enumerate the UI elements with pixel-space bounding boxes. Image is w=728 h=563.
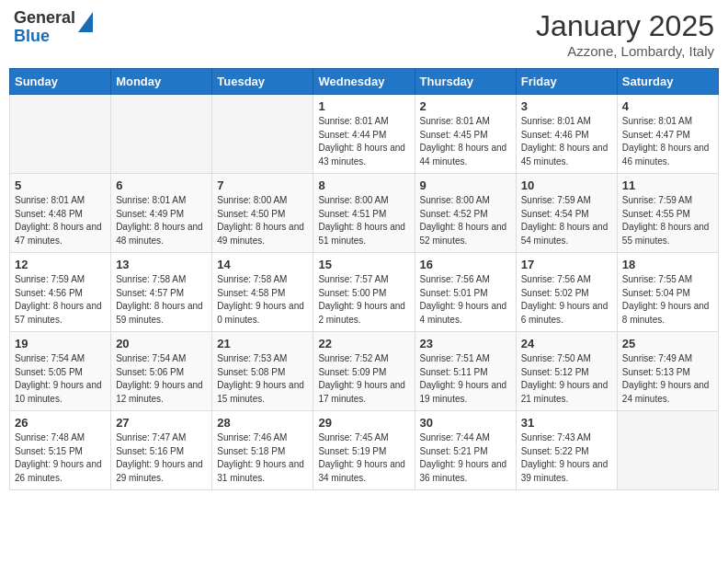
- column-header-saturday: Saturday: [617, 69, 718, 95]
- logo-icon: [78, 12, 93, 32]
- calendar-cell: 30Sunrise: 7:44 AM Sunset: 5:21 PM Dayli…: [415, 411, 516, 490]
- day-number: 25: [622, 337, 713, 350]
- title-block: January 2025 Azzone, Lombardy, Italy: [536, 9, 714, 59]
- day-number: 24: [521, 337, 612, 350]
- day-info: Sunrise: 8:00 AM Sunset: 4:51 PM Dayligh…: [318, 194, 409, 247]
- day-info: Sunrise: 7:54 AM Sunset: 5:05 PM Dayligh…: [15, 352, 106, 406]
- day-number: 3: [521, 99, 612, 113]
- day-number: 6: [116, 178, 207, 192]
- day-number: 18: [622, 258, 713, 271]
- calendar-cell: 15Sunrise: 7:57 AM Sunset: 5:00 PM Dayli…: [313, 253, 415, 332]
- day-number: 13: [116, 258, 207, 271]
- day-info: Sunrise: 7:51 AM Sunset: 5:11 PM Dayligh…: [420, 352, 511, 406]
- calendar-header-row: SundayMondayTuesdayWednesdayThursdayFrid…: [10, 69, 719, 95]
- day-number: 15: [318, 258, 409, 271]
- calendar-cell: 27Sunrise: 7:47 AM Sunset: 5:16 PM Dayli…: [111, 411, 212, 490]
- day-info: Sunrise: 7:58 AM Sunset: 4:58 PM Dayligh…: [217, 273, 308, 327]
- month-title: January 2025: [536, 9, 714, 43]
- day-number: 26: [15, 416, 106, 430]
- calendar-cell: 24Sunrise: 7:50 AM Sunset: 5:12 PM Dayli…: [516, 332, 617, 411]
- day-number: 8: [318, 178, 409, 192]
- day-number: 27: [116, 416, 207, 430]
- day-number: 4: [622, 99, 713, 113]
- day-info: Sunrise: 7:43 AM Sunset: 5:22 PM Dayligh…: [521, 431, 612, 485]
- column-header-monday: Monday: [111, 69, 212, 95]
- column-header-tuesday: Tuesday: [212, 69, 313, 95]
- day-info: Sunrise: 7:52 AM Sunset: 5:09 PM Dayligh…: [318, 352, 409, 406]
- day-number: 23: [420, 337, 511, 350]
- day-info: Sunrise: 7:53 AM Sunset: 5:08 PM Dayligh…: [217, 352, 308, 406]
- column-header-friday: Friday: [516, 69, 617, 95]
- day-number: 17: [521, 258, 612, 271]
- day-info: Sunrise: 7:46 AM Sunset: 5:18 PM Dayligh…: [217, 431, 308, 485]
- svg-marker-0: [78, 12, 93, 32]
- calendar-cell: 19Sunrise: 7:54 AM Sunset: 5:05 PM Dayli…: [10, 332, 111, 411]
- calendar-cell: [212, 95, 313, 174]
- day-number: 1: [318, 99, 409, 113]
- day-info: Sunrise: 7:56 AM Sunset: 5:01 PM Dayligh…: [420, 273, 511, 327]
- calendar-cell: 6Sunrise: 8:01 AM Sunset: 4:49 PM Daylig…: [111, 174, 212, 253]
- location-subtitle: Azzone, Lombardy, Italy: [536, 43, 714, 59]
- calendar-cell: 23Sunrise: 7:51 AM Sunset: 5:11 PM Dayli…: [415, 332, 516, 411]
- day-info: Sunrise: 8:01 AM Sunset: 4:44 PM Dayligh…: [318, 115, 409, 168]
- day-number: 12: [15, 258, 106, 271]
- calendar-cell: 28Sunrise: 7:46 AM Sunset: 5:18 PM Dayli…: [212, 411, 313, 490]
- day-info: Sunrise: 7:59 AM Sunset: 4:55 PM Dayligh…: [622, 194, 713, 247]
- calendar-cell: 2Sunrise: 8:01 AM Sunset: 4:45 PM Daylig…: [415, 95, 516, 174]
- day-info: Sunrise: 7:56 AM Sunset: 5:02 PM Dayligh…: [521, 273, 612, 327]
- day-info: Sunrise: 7:49 AM Sunset: 5:13 PM Dayligh…: [622, 352, 713, 406]
- calendar-cell: 10Sunrise: 7:59 AM Sunset: 4:54 PM Dayli…: [516, 174, 617, 253]
- calendar-cell: 20Sunrise: 7:54 AM Sunset: 5:06 PM Dayli…: [111, 332, 212, 411]
- calendar-cell: 7Sunrise: 8:00 AM Sunset: 4:50 PM Daylig…: [212, 174, 313, 253]
- day-number: 29: [318, 416, 409, 430]
- calendar-cell: 12Sunrise: 7:59 AM Sunset: 4:56 PM Dayli…: [10, 253, 111, 332]
- calendar-week-row: 26Sunrise: 7:48 AM Sunset: 5:15 PM Dayli…: [10, 411, 719, 490]
- day-info: Sunrise: 8:01 AM Sunset: 4:47 PM Dayligh…: [622, 115, 713, 168]
- day-info: Sunrise: 7:44 AM Sunset: 5:21 PM Dayligh…: [420, 431, 511, 485]
- day-number: 28: [217, 416, 308, 430]
- calendar-cell: 3Sunrise: 8:01 AM Sunset: 4:46 PM Daylig…: [516, 95, 617, 174]
- day-number: 19: [15, 337, 106, 350]
- column-header-sunday: Sunday: [10, 69, 111, 95]
- calendar-cell: 8Sunrise: 8:00 AM Sunset: 4:51 PM Daylig…: [313, 174, 415, 253]
- calendar-table: SundayMondayTuesdayWednesdayThursdayFrid…: [9, 68, 719, 490]
- day-number: 30: [420, 416, 511, 430]
- day-info: Sunrise: 7:58 AM Sunset: 4:57 PM Dayligh…: [116, 273, 207, 327]
- calendar-cell: [617, 411, 718, 490]
- day-number: 14: [217, 258, 308, 271]
- calendar-week-row: 19Sunrise: 7:54 AM Sunset: 5:05 PM Dayli…: [10, 332, 719, 411]
- day-info: Sunrise: 8:01 AM Sunset: 4:49 PM Dayligh…: [116, 194, 207, 247]
- day-number: 22: [318, 337, 409, 350]
- calendar-cell: 21Sunrise: 7:53 AM Sunset: 5:08 PM Dayli…: [212, 332, 313, 411]
- day-number: 5: [15, 178, 106, 192]
- logo-blue: Blue: [14, 28, 75, 46]
- calendar-cell: [111, 95, 212, 174]
- day-number: 2: [420, 99, 511, 113]
- day-info: Sunrise: 7:47 AM Sunset: 5:16 PM Dayligh…: [116, 431, 207, 485]
- calendar-cell: 29Sunrise: 7:45 AM Sunset: 5:19 PM Dayli…: [313, 411, 415, 490]
- calendar-week-row: 12Sunrise: 7:59 AM Sunset: 4:56 PM Dayli…: [10, 253, 719, 332]
- day-info: Sunrise: 8:01 AM Sunset: 4:48 PM Dayligh…: [15, 194, 106, 247]
- day-info: Sunrise: 7:54 AM Sunset: 5:06 PM Dayligh…: [116, 352, 207, 406]
- calendar-cell: 18Sunrise: 7:55 AM Sunset: 5:04 PM Dayli…: [617, 253, 718, 332]
- day-info: Sunrise: 8:01 AM Sunset: 4:45 PM Dayligh…: [420, 115, 511, 168]
- day-number: 7: [217, 178, 308, 192]
- calendar-cell: 11Sunrise: 7:59 AM Sunset: 4:55 PM Dayli…: [617, 174, 718, 253]
- calendar-cell: 5Sunrise: 8:01 AM Sunset: 4:48 PM Daylig…: [10, 174, 111, 253]
- calendar-week-row: 5Sunrise: 8:01 AM Sunset: 4:48 PM Daylig…: [10, 174, 719, 253]
- day-info: Sunrise: 7:45 AM Sunset: 5:19 PM Dayligh…: [318, 431, 409, 485]
- day-info: Sunrise: 7:48 AM Sunset: 5:15 PM Dayligh…: [15, 431, 106, 485]
- logo-general: General: [14, 9, 75, 28]
- page-header: General Blue January 2025 Azzone, Lombar…: [9, 9, 719, 59]
- day-info: Sunrise: 8:00 AM Sunset: 4:50 PM Dayligh…: [217, 194, 308, 247]
- calendar-cell: 4Sunrise: 8:01 AM Sunset: 4:47 PM Daylig…: [617, 95, 718, 174]
- calendar-cell: 25Sunrise: 7:49 AM Sunset: 5:13 PM Dayli…: [617, 332, 718, 411]
- day-number: 10: [521, 178, 612, 192]
- day-info: Sunrise: 7:50 AM Sunset: 5:12 PM Dayligh…: [521, 352, 612, 406]
- column-header-thursday: Thursday: [415, 69, 516, 95]
- day-info: Sunrise: 8:00 AM Sunset: 4:52 PM Dayligh…: [420, 194, 511, 247]
- day-info: Sunrise: 7:59 AM Sunset: 4:56 PM Dayligh…: [15, 273, 106, 327]
- calendar-cell: 1Sunrise: 8:01 AM Sunset: 4:44 PM Daylig…: [313, 95, 415, 174]
- day-info: Sunrise: 8:01 AM Sunset: 4:46 PM Dayligh…: [521, 115, 612, 168]
- day-number: 31: [521, 416, 612, 430]
